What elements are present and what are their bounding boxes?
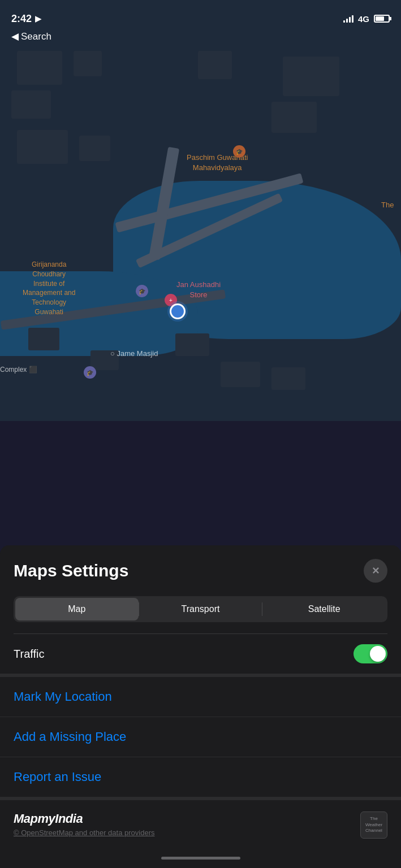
weather-channel-badge: TheWeatherChannel (360, 811, 387, 839)
signal-bars (343, 15, 353, 23)
bottom-sheet: Maps Settings ✕ Map Transport Satellite … (0, 545, 401, 868)
segment-satellite-label: Satellite (308, 604, 340, 614)
maps-settings-section: Maps Settings ✕ Map Transport Satellite … (0, 545, 401, 674)
home-bar (161, 857, 240, 860)
mark-my-location-label: Mark My Location (14, 689, 112, 704)
map-block-6 (198, 51, 232, 79)
add-missing-place-item[interactable]: Add a Missing Place (0, 717, 401, 757)
footer-section: MapmyIndia © OpenStreetMap and other dat… (0, 797, 401, 848)
map-block-12 (221, 362, 260, 387)
toggle-knob (370, 646, 386, 662)
current-location-dot (170, 303, 186, 319)
map-block-5 (271, 102, 317, 133)
battery-icon (374, 15, 390, 23)
signal-bar-2 (346, 19, 348, 23)
close-button[interactable]: ✕ (364, 559, 387, 583)
map-place-icon-1: 🎓 (233, 145, 245, 158)
home-indicator (0, 848, 401, 868)
segment-map-label: Map (68, 604, 85, 614)
time-display: 2:42 (11, 13, 32, 25)
status-left: 2:42 ▶ (11, 13, 41, 25)
mark-my-location-item[interactable]: Mark My Location (0, 677, 401, 717)
map-block-1 (17, 51, 62, 85)
map-label-complex: Complex ⬛ (0, 366, 37, 374)
footer-text-block: MapmyIndia © OpenStreetMap and other dat… (14, 811, 155, 837)
back-label: Search (21, 31, 51, 42)
traffic-label: Traffic (14, 648, 44, 661)
footer-branding: MapmyIndia © OpenStreetMap and other dat… (14, 811, 387, 839)
map-label-the: The (381, 201, 394, 209)
signal-bar-3 (349, 17, 351, 23)
nav-bar: ◀ Search (0, 27, 401, 46)
signal-bar-4 (352, 15, 353, 23)
map-place-icon-2: 🎓 (136, 285, 148, 297)
map-block-3 (11, 90, 51, 119)
traffic-row: Traffic (14, 634, 387, 674)
map-block-8 (79, 136, 110, 161)
segment-transport[interactable]: Transport (139, 598, 262, 620)
map-background: Paschim GuwahatiMahavidyalaya Girijanand… (0, 0, 401, 421)
map-block-7 (17, 130, 68, 164)
footer-copyright[interactable]: © OpenStreetMap and other data providers (14, 828, 155, 837)
mapmyindia-logo-text: MapmyIndia (14, 811, 83, 826)
report-issue-item[interactable]: Report an Issue (0, 757, 401, 797)
map-type-segment-control[interactable]: Map Transport Satellite (14, 596, 387, 622)
map-block-4 (283, 57, 339, 96)
map-place-icon-4: 🎓 (84, 366, 96, 379)
battery-fill (376, 16, 384, 21)
map-label-jame-masjid: ○ Jame Masjid (110, 349, 158, 358)
close-icon: ✕ (372, 565, 380, 577)
location-arrow-icon: ▶ (35, 14, 41, 23)
status-right: 4G (343, 14, 390, 24)
segment-transport-label: Transport (182, 604, 220, 614)
network-type: 4G (358, 14, 369, 24)
map-label-institute: GirijanandaChoudharyInstitute ofManageme… (23, 260, 75, 317)
segment-map[interactable]: Map (15, 598, 139, 620)
weather-badge-text: TheWeatherChannel (365, 816, 382, 834)
map-label-jan-aushadhi: Jan AushadhiStore (176, 280, 221, 300)
back-button[interactable]: ◀ Search (11, 31, 390, 42)
action-section: Mark My Location Add a Missing Place Rep… (0, 674, 401, 797)
settings-title: Maps Settings (14, 561, 128, 580)
map-block-11 (28, 328, 59, 350)
add-missing-place-label: Add a Missing Place (14, 730, 126, 744)
traffic-toggle[interactable] (353, 644, 387, 663)
segment-satellite[interactable]: Satellite (262, 598, 386, 620)
map-view[interactable]: Paschim GuwahatiMahavidyalaya Girijanand… (0, 0, 401, 421)
signal-bar-1 (343, 20, 345, 23)
map-block-13 (271, 367, 305, 390)
settings-header: Maps Settings ✕ (14, 559, 387, 583)
status-bar: 2:42 ▶ 4G (0, 0, 401, 31)
report-issue-label: Report an Issue (14, 770, 101, 784)
map-block-2 (74, 51, 102, 76)
mapmyindia-logo: MapmyIndia (14, 811, 155, 826)
map-block-9 (175, 333, 209, 356)
back-chevron-icon: ◀ (11, 31, 19, 42)
